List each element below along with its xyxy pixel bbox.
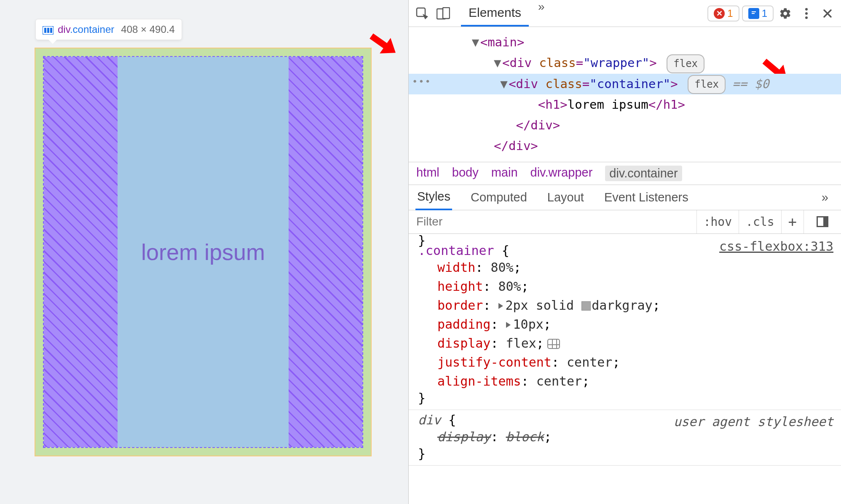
dom-node-container-selected[interactable]: ▼<div class="container"> flex== $0 xyxy=(409,74,841,94)
flex-gap-left xyxy=(44,57,118,447)
message-icon xyxy=(748,8,759,19)
kebab-menu-button[interactable] xyxy=(797,4,816,23)
style-source-link[interactable]: css-flexbox:313 xyxy=(719,239,833,254)
svg-point-13 xyxy=(805,16,808,19)
devtools-toolbar: Elements » ✕ 1 1 xyxy=(409,0,841,27)
rule-selector[interactable]: div xyxy=(418,413,441,427)
element-inspect-tooltip: div.container 408 × 490.4 xyxy=(35,19,182,40)
svg-rect-8 xyxy=(750,10,757,15)
styles-filter-row: :hov .cls + xyxy=(409,210,841,234)
crumb-container[interactable]: div.container xyxy=(605,166,682,181)
subtab-event-listeners[interactable]: Event Listeners xyxy=(603,185,690,209)
decl-padding[interactable]: padding: 10px; xyxy=(418,315,832,334)
subtab-layout[interactable]: Layout xyxy=(546,185,586,209)
decl-height[interactable]: height: 80%; xyxy=(418,277,832,296)
flexbox-editor-icon[interactable] xyxy=(547,339,560,349)
inspect-element-button[interactable] xyxy=(413,4,431,23)
close-devtools-button[interactable] xyxy=(818,4,837,23)
style-source-ua: user agent stylesheet xyxy=(674,414,833,429)
devtools-tabs: Elements » xyxy=(461,0,551,27)
style-rule-container[interactable]: css-flexbox:313 .container { width: 80%;… xyxy=(409,235,841,410)
errors-badge[interactable]: ✕ 1 xyxy=(707,5,739,21)
dom-node-main[interactable]: ▼<main> xyxy=(409,32,841,53)
rendered-page-viewport: div.container 408 × 490.4 lorem ipsum xyxy=(0,0,408,504)
device-toggle-button[interactable] xyxy=(434,4,453,23)
crumb-body[interactable]: body xyxy=(452,166,479,181)
svg-rect-7 xyxy=(443,8,450,19)
more-subtabs-button[interactable]: » xyxy=(822,190,834,204)
highlighted-element-margin: lorem ipsum xyxy=(35,48,372,456)
settings-button[interactable] xyxy=(776,4,795,23)
tab-elements[interactable]: Elements xyxy=(461,0,529,27)
expand-shorthand-icon[interactable] xyxy=(506,322,511,328)
content-text: lorem ipsum xyxy=(141,239,265,265)
svg-point-11 xyxy=(805,8,808,11)
styles-pane: css-flexbox:313 .container { width: 80%;… xyxy=(409,234,841,504)
subtab-computed[interactable]: Computed xyxy=(469,185,529,209)
decl-border[interactable]: border: 2px solid darkgray; xyxy=(418,296,832,315)
error-icon: ✕ xyxy=(714,8,725,19)
svg-rect-3 xyxy=(50,28,52,33)
style-rule-user-agent[interactable]: user agent stylesheet div { display: blo… xyxy=(409,410,841,466)
tooltip-tag: div.container xyxy=(58,24,114,35)
cls-toggle[interactable]: .cls xyxy=(739,210,781,233)
decl-display[interactable]: display: flex; xyxy=(418,334,832,353)
expand-shorthand-icon[interactable] xyxy=(498,303,503,309)
tooltip-dimensions: 408 × 490.4 xyxy=(121,24,174,35)
dom-node-div-close[interactable]: </div> xyxy=(409,136,841,156)
crumb-html[interactable]: html xyxy=(416,166,439,181)
styles-subtabs: Styles Computed Layout Event Listeners » xyxy=(409,185,841,210)
highlighted-element-content: lorem ipsum xyxy=(118,57,289,447)
messages-badge[interactable]: 1 xyxy=(742,5,774,21)
svg-rect-10 xyxy=(752,13,755,14)
more-tabs-button[interactable]: » xyxy=(532,0,551,27)
hov-toggle[interactable]: :hov xyxy=(696,210,739,233)
subtab-styles[interactable]: Styles xyxy=(415,185,452,210)
decl-justify-content[interactable]: justify-content: center; xyxy=(418,353,832,372)
crumb-main[interactable]: main xyxy=(491,166,518,181)
dom-tree[interactable]: ▼<main> ▼<div class="wrapper"> flex ▼<di… xyxy=(409,27,841,162)
svg-rect-9 xyxy=(752,11,756,12)
svg-point-12 xyxy=(805,12,808,15)
message-count: 1 xyxy=(762,8,767,19)
styles-filter-input[interactable] xyxy=(409,215,696,228)
dom-node-h1[interactable]: <h1>lorem ipsum</h1> xyxy=(409,94,841,115)
decl-align-items[interactable]: align-items: center; xyxy=(418,372,832,391)
highlighted-element-padding: lorem ipsum xyxy=(43,56,363,448)
color-swatch-icon[interactable] xyxy=(581,301,591,311)
devtools-panel: Elements » ✕ 1 1 xyxy=(408,0,841,504)
panel-layout-icon xyxy=(817,216,828,227)
decl-display-overridden[interactable]: display: block; xyxy=(418,427,832,446)
rule-selector[interactable]: .container xyxy=(418,243,494,258)
flex-badge[interactable]: flex xyxy=(688,75,726,94)
flex-icon xyxy=(43,25,54,34)
new-style-rule-button[interactable]: + xyxy=(781,210,804,233)
flex-badge[interactable]: flex xyxy=(667,54,704,73)
dom-breadcrumb: html body main div.wrapper div.container xyxy=(409,162,841,185)
toggle-computed-sidebar[interactable] xyxy=(804,210,841,233)
crumb-wrapper[interactable]: div.wrapper xyxy=(530,166,593,181)
flex-gap-right xyxy=(289,57,362,447)
svg-rect-1 xyxy=(44,28,46,33)
console-ref: == $0 xyxy=(732,77,769,91)
error-count: 1 xyxy=(727,8,733,19)
decl-width[interactable]: width: 80%; xyxy=(418,258,832,277)
dom-node-div-close[interactable]: </div> xyxy=(409,115,841,136)
svg-rect-2 xyxy=(47,28,49,33)
